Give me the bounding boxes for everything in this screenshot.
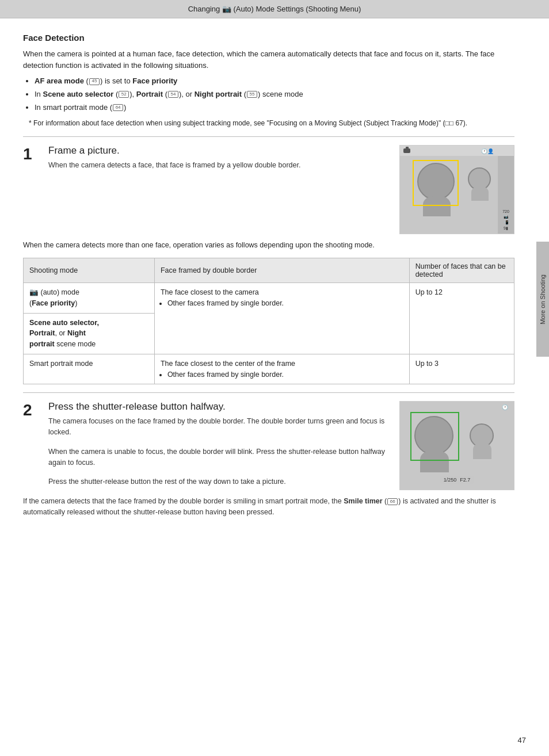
step1-desc: When the camera detects a face, that fac… (48, 160, 388, 171)
td-mode-auto: 📷 (auto) mode (Face priority) (24, 283, 155, 314)
vf-count: 9▮ (504, 226, 508, 231)
sub-bullet-2: Other faces framed by single border. (167, 369, 403, 380)
vf-right-panel: 720 📷 📲 9▮ (498, 156, 514, 234)
viewfinder-1: 🕐👤 720 📷 📲 9▮ (400, 146, 514, 234)
bullet-item-2: In Scene auto selector (52), Portrait (5… (35, 89, 514, 101)
section-heading: Face Detection (23, 33, 514, 43)
step2-face-small (470, 423, 494, 448)
between-text: When the camera detects more than one fa… (23, 240, 514, 251)
sub-bullet-list-2: Other faces framed by single border. (167, 369, 403, 380)
camera-auto-icon: 📷 (29, 288, 39, 296)
vf-face-small (468, 167, 491, 190)
step1-row: 1 Frame a picture. When the camera detec… (23, 145, 514, 234)
vf-selfclock: 🕐👤 (481, 148, 494, 154)
th-shooting-mode: Shooting mode (24, 258, 155, 283)
bullet-list: AF area mode (45) is set to Face priorit… (35, 75, 514, 113)
vf-icon-3: 📲 (504, 220, 509, 225)
step2-green-border (410, 412, 459, 461)
side-tab: More on Shooting (536, 242, 549, 357)
td-count-shared: Up to 12 (409, 283, 514, 354)
side-tab-label: More on Shooting (539, 274, 546, 324)
main-content: Face Detection When the camera is pointe… (0, 18, 549, 541)
step2-desc4: If the camera detects that the face fram… (23, 496, 514, 518)
step2-desc3: Press the shutter-release button the res… (48, 476, 388, 487)
page-header: Changing 📷 (Auto) Mode Settings (Shootin… (0, 0, 549, 18)
table-header-row: Shooting mode Face framed by double bord… (24, 258, 514, 283)
vf-yellow-border (413, 160, 459, 206)
step2-bottom-bar: 1/250 F2.7 (440, 476, 474, 484)
step1-content: Frame a picture. When the camera detects… (48, 145, 388, 234)
shutter-speed: 1/250 (444, 477, 457, 483)
td-count-smart: Up to 3 (409, 354, 514, 384)
td-face-framed-smart: The face closest to the center of the fr… (154, 354, 409, 384)
td-mode-smart: Smart portrait mode (24, 354, 155, 384)
detection-table: Shooting mode Face framed by double bord… (23, 258, 514, 384)
th-face-framed: Face framed by double border (154, 258, 409, 283)
page-number: 47 (518, 736, 526, 744)
step2-image: 🕐 1/250 F2.7 (399, 401, 514, 490)
step2-content: Press the shutter-release button halfway… (48, 401, 388, 490)
step2-row: 2 Press the shutter-release button halfw… (23, 401, 514, 490)
aperture: F2.7 (460, 477, 470, 483)
table-row-auto: 📷 (auto) mode (Face priority) The face c… (24, 283, 514, 314)
step2-selfclock: 🕐 (502, 404, 508, 410)
vf-mode-icon: 720 (502, 209, 509, 213)
step-divider-1 (23, 136, 514, 137)
step2-desc2: When the camera is unable to focus, the … (48, 446, 388, 468)
step2-desc1: The camera focuses on the face framed by… (48, 416, 388, 438)
table-row-smart: Smart portrait mode The face closest to … (24, 354, 514, 384)
step2-number: 2 (23, 401, 37, 490)
bullet-item-1: AF area mode (45) is set to Face priorit… (35, 75, 514, 87)
footnote: * For information about face detection w… (29, 118, 514, 128)
step-divider-2 (23, 392, 514, 393)
sub-bullet-1: Other faces framed by single border. (167, 298, 403, 309)
td-face-framed-shared: The face closest to the camera Other fac… (154, 283, 409, 354)
camera-icon (403, 148, 410, 153)
bullet-item-3: In smart portrait mode (64) (35, 102, 514, 114)
step1-number: 1 (23, 145, 37, 234)
step2-title: Press the shutter-release button halfway… (48, 401, 388, 413)
intro-text: When the camera is pointed at a human fa… (23, 48, 514, 71)
step1-title: Frame a picture. (48, 145, 388, 156)
step1-image: 🕐👤 720 📷 📲 9▮ (399, 145, 514, 234)
vf-top-bar (400, 146, 514, 156)
td-mode-scene: Scene auto selector, Portrait, or Night … (24, 313, 155, 354)
sub-bullet-list-1: Other faces framed by single border. (167, 298, 403, 309)
th-number-faces: Number of faces that can be detected (409, 258, 514, 283)
vf-icon-2: 📷 (504, 215, 509, 219)
